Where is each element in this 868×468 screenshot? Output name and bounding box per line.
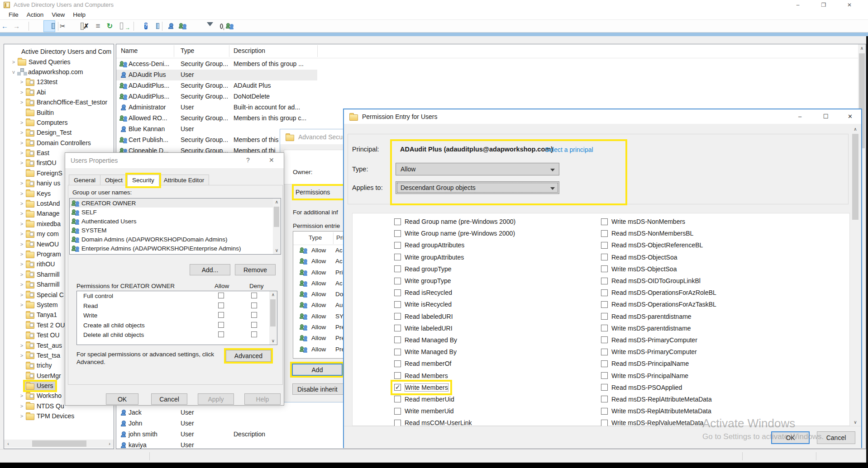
scroll-up-icon[interactable]: ∧ bbox=[273, 199, 281, 206]
permission-checkbox-row[interactable]: Read msDS-OperationsForAzRoleBL bbox=[599, 287, 718, 298]
allow-checkbox[interactable] bbox=[218, 293, 224, 298]
toolbar-icon[interactable] bbox=[32, 21, 43, 32]
column-header-type[interactable]: Type bbox=[181, 47, 194, 54]
toolbar-icon[interactable] bbox=[162, 22, 162, 31]
checkbox[interactable] bbox=[601, 420, 608, 426]
tree-expander-icon[interactable]: v bbox=[10, 69, 17, 75]
checkbox[interactable] bbox=[601, 265, 608, 272]
deny-checkbox[interactable] bbox=[251, 322, 257, 328]
scroll-up-icon[interactable]: ∧ bbox=[858, 44, 866, 52]
permission-checkbox-row[interactable]: Write Managed By bbox=[392, 346, 458, 358]
tree-item[interactable]: Active Directory Users and Com bbox=[4, 47, 114, 57]
checkbox[interactable] bbox=[601, 372, 608, 379]
list-item[interactable]: Domain Admins (ADAPWORKSHOP\Domain Admin… bbox=[70, 235, 281, 244]
tree-expander-icon[interactable]: > bbox=[19, 120, 25, 125]
checkbox[interactable] bbox=[601, 349, 608, 355]
maximize-icon[interactable]: ☐ bbox=[816, 109, 836, 124]
apply-button[interactable]: Apply bbox=[198, 393, 234, 405]
toolbar-icon[interactable]: ✂ bbox=[61, 21, 72, 32]
checkbox[interactable] bbox=[601, 313, 608, 320]
deny-checkbox[interactable] bbox=[251, 293, 257, 298]
permission-checkbox-row[interactable]: Write Group name (pre-Windows 2000) bbox=[392, 227, 517, 239]
checkbox[interactable] bbox=[394, 301, 401, 308]
list-item[interactable]: Enterprise Admins (ADAPWORKSHOP\Enterpri… bbox=[70, 244, 281, 253]
group-list-scrollbar[interactable]: ∧ ∨ bbox=[273, 199, 281, 254]
permission-checkbox-row[interactable]: Write msDS-ObjectSoa bbox=[599, 263, 678, 275]
permission-checkbox-row[interactable]: Write groupType bbox=[392, 275, 453, 287]
permission-checkbox-row[interactable]: Read msDS-PSOApplied bbox=[599, 382, 684, 393]
tree-expander-icon[interactable]: > bbox=[10, 59, 17, 65]
tab[interactable]: Security bbox=[127, 175, 159, 186]
toolbar-icon[interactable] bbox=[212, 21, 223, 32]
cancel-button[interactable]: Cancel bbox=[817, 431, 855, 444]
permission-checkbox-row[interactable]: Read Managed By bbox=[392, 334, 459, 346]
toolbar-icon[interactable]: ↻ bbox=[108, 21, 119, 32]
checkbox[interactable] bbox=[394, 396, 401, 402]
permission-checkbox-row[interactable]: Read msDS-OIDToGroupLinkBl bbox=[599, 275, 702, 287]
restore-icon[interactable]: ❐ bbox=[813, 0, 834, 10]
permission-checkbox-row[interactable]: Write isRecycled bbox=[392, 298, 453, 310]
tree-expander-icon[interactable]: > bbox=[19, 150, 25, 156]
checkbox[interactable] bbox=[394, 218, 401, 225]
list-item[interactable]: CREATOR OWNER bbox=[70, 199, 281, 208]
tree-expander-icon[interactable]: > bbox=[19, 403, 25, 409]
checkbox[interactable] bbox=[601, 278, 608, 284]
allow-checkbox[interactable] bbox=[218, 303, 224, 308]
list-item[interactable]: SELF bbox=[70, 208, 281, 217]
permission-checkbox-row[interactable]: Read memberOf bbox=[392, 358, 453, 369]
menu-item[interactable]: Help bbox=[69, 11, 90, 18]
permission-checkbox-row[interactable]: Read msDS-PrincipalName bbox=[599, 358, 691, 369]
permission-checkbox-row[interactable]: Write msDS-parentdistname bbox=[599, 322, 693, 334]
toolbar-icon[interactable] bbox=[73, 21, 84, 32]
tree-expander-icon[interactable]: > bbox=[19, 90, 25, 95]
column-header-name[interactable]: Name bbox=[121, 47, 138, 54]
scrollbar-thumb[interactable] bbox=[274, 207, 279, 227]
scroll-down-icon[interactable]: ∨ bbox=[851, 419, 859, 426]
tree-item[interactable]: v adapworkshop.com bbox=[4, 67, 114, 77]
tree-expander-icon[interactable]: > bbox=[19, 160, 25, 165]
toolbar-icon[interactable] bbox=[165, 21, 176, 32]
permission-checkbox-row[interactable]: Read msDS-ObjectSoa bbox=[599, 251, 679, 263]
tree-item[interactable]: > Domain Controllers bbox=[4, 138, 114, 148]
checkbox[interactable] bbox=[394, 420, 401, 426]
permission-checkbox-row[interactable]: Read groupAttributes bbox=[392, 239, 466, 251]
tree-expander-icon[interactable]: > bbox=[19, 241, 25, 247]
tree-expander-icon[interactable]: > bbox=[19, 180, 25, 186]
scroll-up-icon[interactable]: ∧ bbox=[269, 291, 277, 298]
cancel-button[interactable]: Cancel bbox=[151, 393, 187, 405]
menu-item[interactable]: View bbox=[48, 11, 69, 18]
scroll-left-icon[interactable]: ‹ bbox=[4, 440, 12, 448]
toolbar-icon[interactable]: ← bbox=[3, 21, 14, 32]
checkbox[interactable] bbox=[601, 396, 608, 402]
tree-expander-icon[interactable]: > bbox=[19, 130, 25, 135]
tree-expander-icon[interactable]: > bbox=[19, 353, 25, 358]
checkbox[interactable] bbox=[394, 230, 401, 237]
permission-checkbox-row[interactable]: Read msDS-PrimaryComputer bbox=[599, 334, 699, 346]
table-row[interactable]: ADAuditPlus... Security Group... ADAudit… bbox=[116, 80, 866, 91]
permission-checkbox-row[interactable]: Write Members bbox=[392, 382, 450, 393]
allow-checkbox[interactable] bbox=[218, 331, 224, 337]
tree-item[interactable]: > Design_Test bbox=[4, 128, 114, 137]
checkbox[interactable] bbox=[394, 325, 401, 331]
tree-expander-icon[interactable]: > bbox=[19, 99, 25, 105]
checkbox[interactable] bbox=[394, 360, 401, 367]
tree-expander-icon[interactable]: > bbox=[19, 393, 25, 398]
permission-checkbox-row[interactable]: Read msDS-NonMembersBL bbox=[599, 227, 695, 239]
permission-checkbox-row[interactable]: Write memberUid bbox=[392, 405, 456, 417]
tree-item[interactable]: > BranchOffice-East_testor bbox=[4, 97, 114, 107]
toolbar-icon[interactable]: → bbox=[15, 21, 26, 32]
permission-checkbox-row[interactable]: Write msDS-ReplAttributeMetaData bbox=[599, 405, 713, 417]
menu-item[interactable]: Action bbox=[23, 11, 48, 18]
permission-checkbox-row[interactable]: Write msDS-PrimaryComputer bbox=[599, 346, 699, 358]
toolbar-icon[interactable]: ≡ bbox=[96, 21, 107, 32]
deny-checkbox[interactable] bbox=[251, 303, 257, 308]
tree-expander-icon[interactable]: > bbox=[19, 413, 25, 419]
allow-checkbox[interactable] bbox=[218, 322, 224, 328]
minimize-icon[interactable]: – bbox=[787, 0, 808, 10]
deny-checkbox[interactable] bbox=[251, 312, 257, 318]
checkbox[interactable] bbox=[394, 408, 401, 415]
scrollbar-thumb[interactable] bbox=[32, 440, 86, 447]
tree-expander-icon[interactable]: > bbox=[19, 272, 25, 277]
toolbar-icon[interactable] bbox=[189, 21, 200, 32]
scroll-down-icon[interactable]: ∨ bbox=[273, 247, 281, 254]
